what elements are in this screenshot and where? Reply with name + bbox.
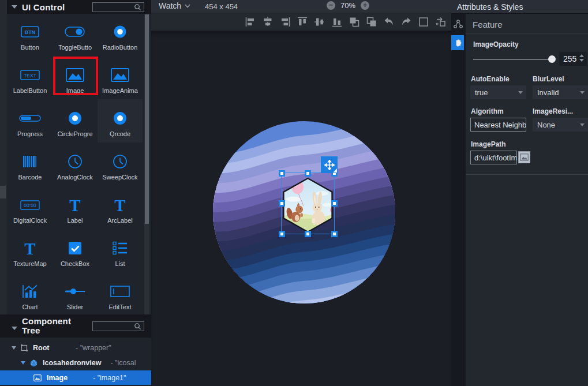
control-tile-slider[interactable]: Slider bbox=[53, 272, 98, 316]
control-label: Button bbox=[21, 44, 39, 51]
canvas-dimensions: 454 x 454 bbox=[205, 2, 238, 11]
align-center-v-icon[interactable] bbox=[313, 16, 326, 28]
blur-level-select[interactable]: Invalid bbox=[533, 85, 588, 99]
transform-icon[interactable] bbox=[435, 16, 447, 28]
image-resize-select[interactable]: None bbox=[533, 118, 588, 132]
control-tile-checkbox[interactable]: CheckBox bbox=[53, 229, 98, 272]
select-frame-icon[interactable] bbox=[417, 16, 430, 28]
zoom-controls: − 70% + bbox=[327, 1, 369, 10]
control-label: Label bbox=[68, 217, 83, 224]
section-title: Feature bbox=[473, 20, 503, 29]
image-path-value: d:\uikt\footIm bbox=[474, 153, 517, 162]
align-right-icon[interactable] bbox=[279, 16, 291, 28]
control-tile-circleprogre[interactable]: CircleProgre bbox=[53, 99, 98, 143]
label-t-icon: T bbox=[18, 239, 42, 257]
image-opacity-input[interactable]: 255 bbox=[559, 52, 587, 66]
move-handle-button[interactable] bbox=[321, 156, 338, 173]
control-tile-progress[interactable]: Progress bbox=[8, 99, 53, 143]
control-label: DigitalClock bbox=[13, 217, 47, 224]
progress-icon bbox=[18, 109, 42, 128]
control-tile-edittext[interactable]: EditText bbox=[98, 272, 143, 316]
control-tile-radiobutton[interactable]: RadioButton bbox=[98, 13, 143, 56]
resize-corner-mark[interactable] bbox=[333, 168, 337, 173]
selection-handle[interactable] bbox=[331, 231, 338, 237]
spinner-buttons[interactable] bbox=[579, 54, 584, 62]
expand-caret-icon[interactable] bbox=[21, 361, 25, 365]
component-tree-search-input[interactable] bbox=[92, 321, 144, 331]
redo-icon[interactable] bbox=[400, 16, 413, 28]
control-tile-image[interactable]: Image bbox=[53, 56, 98, 99]
label-t-icon: T bbox=[108, 196, 132, 214]
align-top-icon[interactable] bbox=[296, 16, 309, 28]
feature-tab[interactable] bbox=[451, 35, 464, 50]
ui-control-header: UI Control bbox=[0, 0, 151, 14]
control-tile-analogclock[interactable]: AnalogClock bbox=[53, 143, 98, 186]
spin-down-icon[interactable] bbox=[579, 59, 584, 62]
svg-text:00:00: 00:00 bbox=[24, 203, 36, 208]
labelbutton-icon: TEXT bbox=[18, 66, 42, 84]
control-tile-digitalclock[interactable]: 00:00 DigitalClock bbox=[8, 186, 53, 229]
scrollbar-thumb[interactable] bbox=[145, 14, 149, 224]
node-id: - "image1" bbox=[93, 374, 126, 382]
tree-node-icosahedronview[interactable]: Icosahedronview- "icosal bbox=[0, 355, 151, 370]
zoom-in-button[interactable]: + bbox=[361, 1, 369, 10]
control-tile-togglebutto[interactable]: ToggleButto bbox=[53, 13, 98, 56]
expand-caret-icon[interactable] bbox=[12, 346, 16, 350]
control-tile-barcode[interactable]: Barcode bbox=[8, 143, 53, 186]
selection-handle[interactable] bbox=[279, 200, 285, 207]
design-canvas[interactable] bbox=[151, 31, 451, 386]
control-label: ToggleButto bbox=[58, 44, 92, 51]
send-backward-icon[interactable] bbox=[365, 16, 378, 28]
control-tile-arclabel[interactable]: T ArcLabel bbox=[98, 186, 143, 229]
control-tile-button[interactable]: BTN Button bbox=[8, 13, 53, 56]
control-label: List bbox=[115, 260, 125, 267]
tree-node-image[interactable]: Image- "image1" bbox=[0, 370, 151, 385]
control-tile-labelbutton[interactable]: TEXT LabelButton bbox=[8, 56, 53, 99]
controls-scrollbar[interactable] bbox=[144, 14, 149, 314]
control-label: ArcLabel bbox=[107, 217, 132, 224]
align-left-icon[interactable] bbox=[244, 16, 257, 28]
control-label: EditText bbox=[108, 303, 131, 310]
sweepclock-icon bbox=[108, 152, 132, 171]
edittext-icon bbox=[108, 282, 132, 301]
divider bbox=[466, 33, 588, 33]
hierarchy-icon[interactable] bbox=[453, 19, 463, 29]
selection-handle[interactable] bbox=[305, 231, 311, 237]
algorithm-select[interactable]: Nearest Neighbo bbox=[470, 118, 526, 132]
control-tile-imageanima[interactable]: ImageAnima bbox=[98, 56, 143, 99]
selection-handle[interactable] bbox=[279, 231, 285, 237]
selection-handle[interactable] bbox=[305, 170, 311, 177]
image-opacity-slider[interactable] bbox=[473, 59, 552, 60]
control-label: TextureMap bbox=[13, 260, 46, 267]
control-tile-label[interactable]: T Label bbox=[53, 186, 98, 229]
control-tile-sweepclock[interactable]: SweepClock bbox=[98, 143, 143, 186]
spin-up-icon[interactable] bbox=[579, 54, 584, 57]
slider-handle[interactable] bbox=[548, 55, 556, 63]
left-edge-tab[interactable] bbox=[0, 186, 6, 198]
selection-handle[interactable] bbox=[331, 200, 338, 207]
control-tile-texturemap[interactable]: T TextureMap bbox=[8, 229, 53, 272]
tree-node-root[interactable]: Root- "wrapper" bbox=[0, 340, 151, 355]
device-select[interactable]: Watch bbox=[159, 1, 190, 10]
collapse-caret-icon[interactable] bbox=[12, 5, 17, 9]
control-label: LabelButton bbox=[13, 87, 47, 94]
align-center-h-icon[interactable] bbox=[261, 16, 274, 28]
ui-control-search-input[interactable] bbox=[92, 2, 144, 12]
barcode-icon bbox=[18, 152, 42, 171]
undo-icon[interactable] bbox=[383, 16, 395, 28]
image-path-input[interactable]: d:\uikt\footIm bbox=[470, 151, 517, 164]
toggle-icon bbox=[63, 23, 87, 41]
browse-image-button[interactable] bbox=[518, 151, 530, 163]
control-tile-list[interactable]: List bbox=[98, 229, 143, 272]
collapse-caret-icon[interactable] bbox=[12, 327, 17, 330]
align-bottom-icon[interactable] bbox=[331, 16, 343, 28]
selection-handle[interactable] bbox=[279, 170, 285, 177]
control-tile-qrcode[interactable]: Qrcode bbox=[98, 99, 143, 143]
bring-forward-icon[interactable] bbox=[348, 16, 361, 28]
control-label: Chart bbox=[23, 303, 38, 310]
zoom-out-button[interactable]: − bbox=[327, 1, 335, 10]
control-tile-chart[interactable]: Chart bbox=[8, 272, 53, 316]
canvas-topbar: Watch 454 x 454 − 70% + bbox=[151, 0, 451, 13]
auto-enable-select[interactable]: true bbox=[470, 85, 526, 99]
image-opacity-label: ImageOpacity bbox=[473, 40, 519, 48]
